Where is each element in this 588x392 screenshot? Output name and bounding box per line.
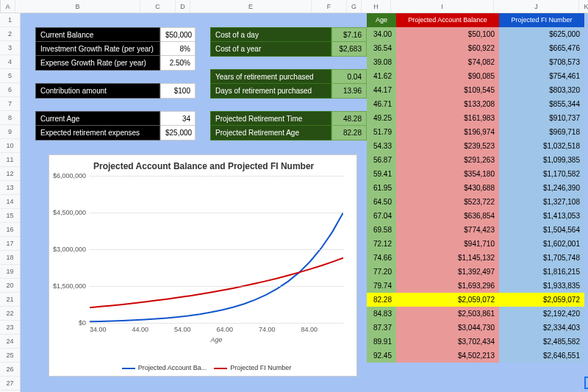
- col-header-C[interactable]: C: [140, 0, 176, 13]
- cell-fi[interactable]: $1,816,215: [499, 265, 584, 279]
- row-header-26[interactable]: 26: [0, 363, 20, 377]
- row-header-14[interactable]: 14: [0, 195, 20, 209]
- cell-fi[interactable]: $1,602,001: [499, 237, 584, 251]
- row-header-13[interactable]: 13: [0, 181, 20, 195]
- cell-age[interactable]: 59.41: [367, 167, 396, 181]
- cell-balance[interactable]: $1,145,132: [396, 251, 499, 265]
- cell-fi[interactable]: $803,320: [499, 83, 584, 97]
- table-row[interactable]: 77.20$1,392,497$1,816,215: [367, 265, 584, 279]
- cell-age[interactable]: 39.08: [367, 55, 396, 69]
- row-header-2[interactable]: 2: [0, 27, 20, 41]
- cell-proj-time[interactable]: 48.28: [331, 111, 367, 126]
- cell-age[interactable]: 67.04: [367, 209, 396, 223]
- cell-cost-year[interactable]: $2,683: [331, 41, 367, 57]
- row-header-10[interactable]: 10: [0, 139, 20, 153]
- cell-age[interactable]: 77.20: [367, 265, 396, 279]
- cell-age[interactable]: 46.71: [367, 97, 396, 111]
- cell-fi[interactable]: $1,933,835: [499, 279, 584, 293]
- table-row[interactable]: 44.17$109,545$803,320: [367, 83, 584, 97]
- table-row[interactable]: 54.33$239,523$1,032,518: [367, 139, 584, 153]
- cell-current-age[interactable]: 34: [160, 111, 196, 126]
- row-header-24[interactable]: 24: [0, 335, 20, 349]
- cell-balance[interactable]: $74,082: [396, 55, 499, 69]
- cell-age[interactable]: 51.79: [367, 125, 396, 139]
- row-header-23[interactable]: 23: [0, 321, 20, 335]
- col-header-fi[interactable]: Projected FI Number: [499, 13, 584, 27]
- table-row[interactable]: 79.74$1,693,296$1,933,835: [367, 279, 584, 293]
- table-row[interactable]: 92.45$4,502,213$2,646,551: [367, 349, 584, 363]
- cell-age[interactable]: 54.33: [367, 139, 396, 153]
- row-header-21[interactable]: 21: [0, 293, 20, 307]
- cell-age[interactable]: 84.83: [367, 307, 396, 321]
- cell-balance[interactable]: $90,085: [396, 69, 499, 83]
- row-header-11[interactable]: 11: [0, 153, 20, 167]
- cell-balance[interactable]: $161,983: [396, 111, 499, 125]
- cell-fi[interactable]: $1,504,564: [499, 223, 584, 237]
- cell-fi[interactable]: $1,032,518: [499, 139, 584, 153]
- cell-fi[interactable]: $708,573: [499, 55, 584, 69]
- cell-age[interactable]: 82.28: [367, 293, 396, 307]
- row-header-6[interactable]: 6: [0, 83, 20, 97]
- table-row[interactable]: 51.79$196,974$969,718: [367, 125, 584, 139]
- table-row[interactable]: 34.00$50,100$625,000: [367, 27, 584, 41]
- cell-age[interactable]: 92.45: [367, 349, 396, 363]
- row-header-17[interactable]: 17: [0, 237, 20, 251]
- cell-balance[interactable]: $4,502,213: [396, 349, 499, 363]
- cell-cost-day[interactable]: $7.16: [331, 27, 367, 43]
- cell-fi[interactable]: $625,000: [499, 27, 584, 41]
- cell-age[interactable]: 34.00: [367, 27, 396, 41]
- row-header-18[interactable]: 18: [0, 251, 20, 265]
- cell-balance[interactable]: $133,208: [396, 97, 499, 111]
- table-row[interactable]: 36.54$60,922$665,476: [367, 41, 584, 55]
- cell-fi[interactable]: $2,334,403: [499, 321, 584, 335]
- cell-current-balance[interactable]: $50,000: [160, 27, 196, 43]
- row-header-9[interactable]: 9: [0, 125, 20, 139]
- cell-fi[interactable]: $855,344: [499, 97, 584, 111]
- cell-balance[interactable]: $239,523: [396, 139, 499, 153]
- col-header-K[interactable]: K: [579, 0, 588, 13]
- cell-age[interactable]: 89.91: [367, 335, 396, 349]
- cell-retire-expenses[interactable]: $25,000: [160, 125, 196, 140]
- cell-age[interactable]: 41.62: [367, 69, 396, 83]
- cell-years-purchased[interactable]: 0.04: [331, 69, 367, 85]
- cell-balance[interactable]: $60,922: [396, 41, 499, 55]
- table-row[interactable]: 46.71$133,208$855,344: [367, 97, 584, 111]
- col-header-H[interactable]: H: [362, 0, 391, 13]
- row-header-12[interactable]: 12: [0, 167, 20, 181]
- cell-balance[interactable]: $3,044,730: [396, 321, 499, 335]
- table-row[interactable]: 69.58$774,423$1,504,564: [367, 223, 584, 237]
- cell-grid[interactable]: Current Balance $50,000 Investment Growt…: [21, 13, 588, 392]
- row-header-20[interactable]: 20: [0, 279, 20, 293]
- cell-balance[interactable]: $354,180: [396, 167, 499, 181]
- cell-balance[interactable]: $3,702,434: [396, 335, 499, 349]
- cell-fi[interactable]: $2,646,551: [499, 349, 584, 363]
- cell-fi[interactable]: $2,485,582: [499, 335, 584, 349]
- table-row[interactable]: 64.50$523,722$1,327,108: [367, 195, 584, 209]
- cell-fi[interactable]: $910,737: [499, 111, 584, 125]
- cell-age[interactable]: 64.50: [367, 195, 396, 209]
- cell-age[interactable]: 49.25: [367, 111, 396, 125]
- cell-age[interactable]: 72.12: [367, 237, 396, 251]
- cell-balance[interactable]: $109,545: [396, 83, 499, 97]
- col-header-age[interactable]: Age: [367, 13, 396, 27]
- cell-balance[interactable]: $941,710: [396, 237, 499, 251]
- col-header-G[interactable]: G: [347, 0, 362, 13]
- row-header-1[interactable]: 1: [0, 13, 20, 27]
- cell-balance[interactable]: $291,263: [396, 153, 499, 167]
- cell-fi[interactable]: $1,705,748: [499, 251, 584, 265]
- row-header-27[interactable]: 27: [0, 377, 20, 391]
- row-header-25[interactable]: 25: [0, 349, 20, 363]
- cell-fi[interactable]: $1,246,390: [499, 181, 584, 195]
- cell-age[interactable]: 36.54: [367, 41, 396, 55]
- table-row[interactable]: 67.04$636,854$1,413,053: [367, 209, 584, 223]
- cell-fi[interactable]: $1,170,582: [499, 167, 584, 181]
- table-row[interactable]: 39.08$74,082$708,573: [367, 55, 584, 69]
- table-row[interactable]: 61.95$430,688$1,246,390: [367, 181, 584, 195]
- row-header-16[interactable]: 16: [0, 223, 20, 237]
- col-header-B[interactable]: B: [15, 0, 140, 13]
- cell-fi[interactable]: $969,718: [499, 125, 584, 139]
- cell-fi[interactable]: $1,099,385: [499, 153, 584, 167]
- chart-projection[interactable]: Projected Account Balance and Projected …: [49, 154, 357, 377]
- cell-fi[interactable]: $1,327,108: [499, 195, 584, 209]
- cell-balance[interactable]: $430,688: [396, 181, 499, 195]
